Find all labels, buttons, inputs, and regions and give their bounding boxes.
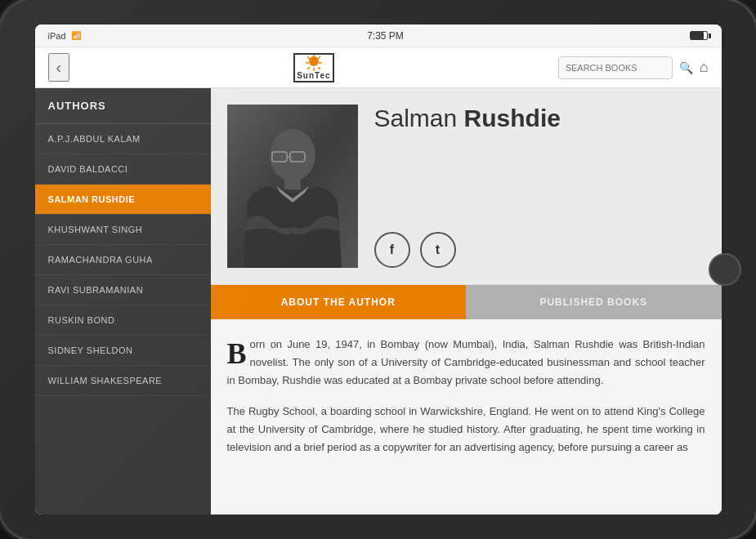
- search-input[interactable]: [558, 56, 673, 79]
- main-content: AUTHORS A.P.J.ABDUL KALAM DAVID BALDACCI…: [35, 88, 722, 514]
- home-button[interactable]: [709, 253, 741, 286]
- twitter-button[interactable]: t: [420, 232, 456, 268]
- status-right: [690, 31, 708, 40]
- bio-paragraph-1: Born on June 19, 1947, in Bombay (now Mu…: [227, 336, 705, 390]
- sun-rays-icon: [306, 55, 322, 71]
- status-bar: iPad 📶 7:35 PM: [35, 24, 722, 47]
- device-frame: iPad 📶 7:35 PM ‹: [0, 0, 756, 539]
- svg-line-4: [307, 56, 310, 59]
- svg-rect-11: [284, 176, 301, 189]
- svg-line-7: [307, 67, 310, 69]
- sidebar: AUTHORS A.P.J.ABDUL KALAM DAVID BALDACCI…: [35, 88, 211, 514]
- content-area: Salman Rushdie f t: [211, 88, 722, 514]
- sidebar-item-rushdie[interactable]: SALMAN RUSHDIE: [35, 185, 211, 215]
- author-info: Salman Rushdie f t: [374, 105, 705, 268]
- search-area: 🔍 ⌂: [558, 56, 709, 79]
- sun-logo: [306, 55, 322, 71]
- sidebar-item-subramanian[interactable]: RAVI SUBRAMANIAN: [35, 275, 211, 305]
- author-photo: [227, 105, 358, 268]
- screen: iPad 📶 7:35 PM ‹: [35, 24, 722, 514]
- sidebar-item-shakespeare[interactable]: WILLIAM SHAKESPEARE: [35, 366, 211, 396]
- social-icons: f t: [374, 232, 705, 268]
- logo-text: SunTec: [297, 71, 330, 80]
- sidebar-item-sheldon[interactable]: SIDNEY SHELDON: [35, 336, 211, 366]
- home-icon[interactable]: ⌂: [700, 59, 709, 76]
- sidebar-item-apj[interactable]: A.P.J.ABDUL KALAM: [35, 124, 211, 154]
- author-name: Salman Rushdie: [374, 105, 705, 132]
- tab-bar: ABOUT THE AUTHOR PUBLISHED BOOKS: [211, 285, 722, 319]
- author-silhouette: [227, 105, 358, 268]
- app-logo: SunTec: [293, 53, 334, 82]
- status-time: 7:35 PM: [367, 30, 404, 42]
- tab-published-books[interactable]: PUBLISHED BOOKS: [466, 285, 722, 319]
- tab-about-author[interactable]: ABOUT THE AUTHOR: [211, 285, 467, 319]
- sidebar-item-singh[interactable]: KHUSHWANT SINGH: [35, 215, 211, 245]
- svg-point-10: [270, 129, 315, 181]
- author-name-light: Salman: [374, 105, 464, 131]
- twitter-icon: t: [436, 243, 440, 257]
- author-profile: Salman Rushdie f t: [211, 88, 722, 285]
- search-icon[interactable]: 🔍: [679, 61, 693, 74]
- bio-paragraph-2: The Rugby School, a boarding school in W…: [227, 403, 705, 457]
- battery-icon: [690, 31, 708, 40]
- svg-line-5: [318, 67, 320, 69]
- sidebar-title: AUTHORS: [35, 88, 211, 124]
- back-button[interactable]: ‹: [48, 53, 70, 82]
- battery-fill: [691, 32, 704, 39]
- status-left: iPad 📶: [48, 31, 81, 41]
- author-photo-placeholder: [227, 105, 358, 268]
- bio-content: Born on June 19, 1947, in Bombay (now Mu…: [211, 319, 722, 514]
- logo-area: SunTec: [78, 53, 549, 82]
- sidebar-item-baldacci[interactable]: DAVID BALDACCI: [35, 154, 211, 185]
- sidebar-item-guha[interactable]: RAMACHANDRA GUHA: [35, 245, 211, 275]
- app-header: ‹: [35, 47, 722, 88]
- device-label: iPad: [48, 31, 66, 41]
- sidebar-item-bond[interactable]: RUSKIN BOND: [35, 305, 211, 336]
- wifi-icon: 📶: [71, 31, 81, 40]
- facebook-icon: f: [390, 243, 394, 257]
- author-name-bold: Rushdie: [464, 105, 561, 131]
- svg-line-6: [318, 56, 320, 59]
- facebook-button[interactable]: f: [374, 232, 410, 268]
